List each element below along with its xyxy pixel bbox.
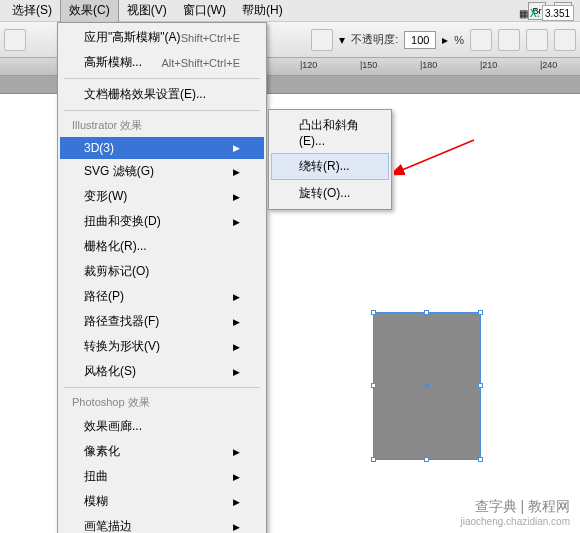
menu-gaussian-blur[interactable]: 高斯模糊...Alt+Shift+Ctrl+E	[60, 50, 264, 75]
opacity-arrow-icon[interactable]: ▸	[442, 33, 448, 47]
menu-pixelate[interactable]: 像素化▶	[60, 439, 264, 464]
menu-crop-marks[interactable]: 裁剪标记(O)	[60, 259, 264, 284]
resize-handle-bm[interactable]	[424, 457, 429, 462]
chevron-right-icon: ▶	[233, 292, 240, 302]
selection-center-icon	[425, 384, 429, 388]
menu-stylize-ai[interactable]: 风格化(S)▶	[60, 359, 264, 384]
resize-handle-ml[interactable]	[371, 383, 376, 388]
submenu-rotate[interactable]: 旋转(O)...	[271, 180, 389, 207]
anchor-icon[interactable]: ▦	[519, 8, 528, 19]
menu-brush-strokes[interactable]: 画笔描边▶	[60, 514, 264, 533]
menu-distort-transform[interactable]: 扭曲和变换(D)▶	[60, 209, 264, 234]
coord-x-input[interactable]	[542, 5, 574, 21]
resize-handle-bl[interactable]	[371, 457, 376, 462]
ruler-tick: |120	[300, 60, 317, 70]
chevron-right-icon: ▶	[233, 317, 240, 327]
chevron-right-icon: ▶	[233, 217, 240, 227]
chevron-right-icon: ▶	[233, 143, 240, 153]
menu-effects[interactable]: 效果(C)	[60, 0, 119, 23]
menu-apply-recent[interactable]: 应用"高斯模糊"(A)Shift+Ctrl+E	[60, 25, 264, 50]
menu-view[interactable]: 视图(V)	[119, 0, 175, 22]
menu-separator	[64, 110, 260, 111]
tool-btn-1[interactable]	[4, 29, 26, 51]
section-illustrator: Illustrator 效果	[60, 114, 264, 137]
resize-handle-br[interactable]	[478, 457, 483, 462]
menu-rasterize[interactable]: 栅格化(R)...	[60, 234, 264, 259]
coord-display: ▦ X:	[519, 5, 574, 21]
resize-handle-mr[interactable]	[478, 383, 483, 388]
menu-separator	[64, 387, 260, 388]
dropdown-caret-icon[interactable]: ▾	[339, 33, 345, 47]
menu-convert-shape[interactable]: 转换为形状(V)▶	[60, 334, 264, 359]
menu-blur[interactable]: 模糊▶	[60, 489, 264, 514]
tool-btn-5[interactable]	[526, 29, 548, 51]
resize-handle-tm[interactable]	[424, 310, 429, 315]
chevron-right-icon: ▶	[233, 472, 240, 482]
menu-warp[interactable]: 变形(W)▶	[60, 184, 264, 209]
ruler-tick: |180	[420, 60, 437, 70]
menu-effect-gallery[interactable]: 效果画廊...	[60, 414, 264, 439]
submenu-extrude-bevel[interactable]: 凸出和斜角(E)...	[271, 112, 389, 153]
menu-pathfinder[interactable]: 路径查找器(F)▶	[60, 309, 264, 334]
chevron-right-icon: ▶	[233, 192, 240, 202]
menu-window[interactable]: 窗口(W)	[175, 0, 234, 22]
ruler-tick: |240	[540, 60, 557, 70]
tool-btn-6[interactable]	[554, 29, 576, 51]
tool-btn-4[interactable]	[498, 29, 520, 51]
tool-btn-3[interactable]	[470, 29, 492, 51]
chevron-right-icon: ▶	[233, 447, 240, 457]
menu-3d[interactable]: 3D(3)▶	[60, 137, 264, 159]
chevron-right-icon: ▶	[233, 167, 240, 177]
ruler-tick: |210	[480, 60, 497, 70]
submenu-3d: 凸出和斜角(E)... 绕转(R)... 旋转(O)...	[268, 109, 392, 210]
menu-distort[interactable]: 扭曲▶	[60, 464, 264, 489]
menu-path[interactable]: 路径(P)▶	[60, 284, 264, 309]
ruler-tick: |150	[360, 60, 377, 70]
menu-select[interactable]: 选择(S)	[4, 0, 60, 22]
coord-x-label: X:	[530, 8, 540, 19]
chevron-right-icon: ▶	[233, 367, 240, 377]
resize-handle-tr[interactable]	[478, 310, 483, 315]
menu-svg-filters[interactable]: SVG 滤镜(G)▶	[60, 159, 264, 184]
tool-btn-2[interactable]	[311, 29, 333, 51]
menubar: 选择(S) 效果(C) 视图(V) 窗口(W) 帮助(H) Br ▦▾	[0, 0, 580, 22]
chevron-right-icon: ▶	[233, 522, 240, 532]
section-photoshop: Photoshop 效果	[60, 391, 264, 414]
opacity-label: 不透明度:	[351, 32, 398, 47]
submenu-revolve[interactable]: 绕转(R)...	[271, 153, 389, 180]
resize-handle-tl[interactable]	[371, 310, 376, 315]
selected-rectangle[interactable]	[373, 312, 481, 460]
menu-separator	[64, 78, 260, 79]
opacity-unit: %	[454, 34, 464, 46]
effects-dropdown: 应用"高斯模糊"(A)Shift+Ctrl+E 高斯模糊...Alt+Shift…	[57, 22, 267, 533]
watermark: 查字典 | 教程网 jiaocheng.chazidian.com	[460, 498, 570, 527]
opacity-input[interactable]	[404, 31, 436, 49]
chevron-right-icon: ▶	[233, 497, 240, 507]
menu-help[interactable]: 帮助(H)	[234, 0, 291, 22]
chevron-right-icon: ▶	[233, 342, 240, 352]
menu-raster-settings[interactable]: 文档栅格效果设置(E)...	[60, 82, 264, 107]
